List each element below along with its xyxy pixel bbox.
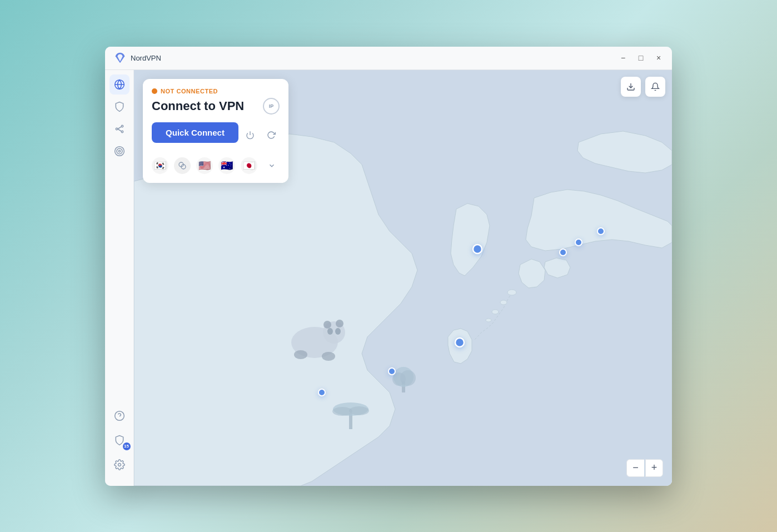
svg-point-2 <box>116 128 117 130</box>
quick-connect-label: Quick Connect <box>157 128 233 137</box>
svg-point-20 <box>323 321 331 329</box>
svg-point-9 <box>118 150 120 152</box>
svg-line-5 <box>117 126 121 128</box>
sidebar-item-settings[interactable] <box>109 455 130 475</box>
svg-point-38 <box>455 338 464 347</box>
connection-status: NOT CONNECTED <box>161 88 218 95</box>
refresh-button[interactable] <box>263 127 280 143</box>
server-flag-japan[interactable]: 🇯🇵 <box>241 157 257 174</box>
svg-point-36 <box>575 239 582 246</box>
bell-button[interactable] <box>645 77 665 97</box>
svg-point-22 <box>327 328 333 335</box>
action-icons <box>242 127 280 143</box>
svg-point-39 <box>388 368 395 375</box>
zoom-in-button[interactable]: + <box>645 459 663 477</box>
notification-badge: 15 <box>123 442 131 450</box>
quick-connect-button[interactable]: Quick Connect <box>152 122 238 143</box>
svg-point-4 <box>121 131 123 132</box>
nordvpn-logo <box>114 52 126 64</box>
svg-point-10 <box>114 411 124 420</box>
svg-point-33 <box>349 406 369 415</box>
map-area: NOT CONNECTED Connect to VPN IP Quick Co… <box>134 70 672 486</box>
svg-point-12 <box>118 463 121 466</box>
sidebar-item-shield[interactable] <box>109 97 130 117</box>
app-title: NordVPN <box>131 54 619 62</box>
svg-point-16 <box>492 310 499 314</box>
connect-panel: NOT CONNECTED Connect to VPN IP Quick Co… <box>143 79 288 183</box>
server-flag-usa[interactable]: 🇺🇸 <box>196 157 213 174</box>
connect-title: Connect to VPN <box>152 99 244 113</box>
svg-point-24 <box>294 350 307 359</box>
svg-point-14 <box>507 290 516 295</box>
svg-point-3 <box>121 125 123 127</box>
svg-point-23 <box>335 328 341 335</box>
server-list-row: 🇰🇷 🇺🇸 🇦🇺 🇯🇵 <box>152 155 280 174</box>
app-window: NordVPN − □ × <box>105 47 672 486</box>
sidebar: 15 <box>105 70 134 486</box>
svg-point-8 <box>117 148 122 154</box>
sidebar-item-globe[interactable] <box>109 74 130 95</box>
svg-point-40 <box>318 389 325 396</box>
svg-point-25 <box>322 352 335 361</box>
svg-point-34 <box>473 245 482 253</box>
expand-servers-button[interactable] <box>264 158 280 173</box>
sidebar-item-mesh[interactable] <box>109 119 130 139</box>
window-controls: − □ × <box>619 53 663 62</box>
ip-badge[interactable]: IP <box>263 98 280 115</box>
svg-point-17 <box>486 319 491 322</box>
svg-point-35 <box>597 228 604 235</box>
titlebar: NordVPN − □ × <box>105 47 672 70</box>
zoom-controls: − + <box>626 459 663 477</box>
connect-title-row: Connect to VPN IP <box>152 98 280 115</box>
svg-point-7 <box>114 146 124 156</box>
svg-point-21 <box>336 320 343 327</box>
svg-line-6 <box>117 129 121 131</box>
top-right-controls <box>621 77 665 97</box>
sidebar-item-help[interactable] <box>109 406 130 426</box>
status-row: NOT CONNECTED <box>152 88 280 95</box>
power-button[interactable] <box>242 127 258 143</box>
status-indicator <box>152 88 157 94</box>
download-button[interactable] <box>621 77 641 97</box>
sidebar-item-target[interactable] <box>109 141 130 161</box>
zoom-out-button[interactable]: − <box>626 459 644 477</box>
svg-rect-30 <box>349 414 352 429</box>
maximize-button[interactable]: □ <box>636 53 645 62</box>
main-content: 15 <box>105 70 672 486</box>
svg-point-29 <box>400 370 416 386</box>
minimize-button[interactable]: − <box>619 53 627 62</box>
server-flag-australia[interactable]: 🇦🇺 <box>218 157 235 174</box>
server-flag-korea[interactable]: 🇰🇷 <box>152 157 168 174</box>
server-flag-obfuscated[interactable] <box>174 157 191 174</box>
sidebar-bottom: 15 <box>109 406 130 481</box>
close-button[interactable]: × <box>654 53 663 62</box>
quick-connect-row: Quick Connect <box>152 122 280 148</box>
sidebar-item-notifications[interactable]: 15 <box>109 430 130 450</box>
svg-point-15 <box>500 300 507 305</box>
svg-point-37 <box>560 249 566 256</box>
